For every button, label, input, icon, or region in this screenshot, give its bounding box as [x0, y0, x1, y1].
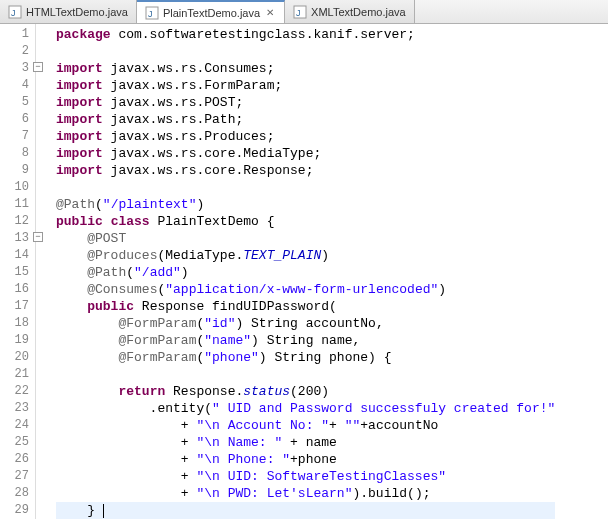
code-line[interactable]: import javax.ws.rs.core.Response;	[56, 162, 555, 179]
code-line[interactable]: + "\n UID: SoftwareTestingClasses"	[56, 468, 555, 485]
code-line[interactable]: import javax.ws.rs.FormParam;	[56, 77, 555, 94]
tab-label: PlainTextDemo.java	[163, 7, 260, 19]
line-number: 18	[0, 315, 29, 332]
line-number: 3−	[0, 60, 29, 77]
java-file-icon: J	[8, 5, 22, 19]
code-line[interactable]: + "\n PWD: Let'sLearn").build();	[56, 485, 555, 502]
text-cursor	[103, 504, 104, 518]
svg-text:J: J	[148, 9, 153, 19]
line-number: 5	[0, 94, 29, 111]
line-number: 7	[0, 128, 29, 145]
line-number: 8	[0, 145, 29, 162]
code-line[interactable]: @Path("/plaintext")	[56, 196, 555, 213]
line-number: 17	[0, 298, 29, 315]
code-line[interactable]	[56, 366, 555, 383]
code-line[interactable]: import javax.ws.rs.Consumes;	[56, 60, 555, 77]
code-line[interactable]: public class PlainTextDemo {	[56, 213, 555, 230]
line-number: 16	[0, 281, 29, 298]
code-line[interactable]: public Response findUIDPassword(	[56, 298, 555, 315]
line-number: 26	[0, 451, 29, 468]
code-line[interactable]: @Consumes("application/x-www-form-urlenc…	[56, 281, 555, 298]
code-line[interactable]	[56, 43, 555, 60]
line-number: 27	[0, 468, 29, 485]
line-number: 19	[0, 332, 29, 349]
code-line[interactable]: import javax.ws.rs.POST;	[56, 94, 555, 111]
code-line[interactable]: @Produces(MediaType.TEXT_PLAIN)	[56, 247, 555, 264]
code-line[interactable]: package com.softwaretestingclass.kanif.s…	[56, 26, 555, 43]
line-number: 2	[0, 43, 29, 60]
line-number: 14	[0, 247, 29, 264]
code-line[interactable]: @Path("/add")	[56, 264, 555, 281]
code-line[interactable]: + "\n Phone: "+phone	[56, 451, 555, 468]
code-line[interactable]: @FormParam("id") String accountNo,	[56, 315, 555, 332]
code-line[interactable]: .entity(" UID and Password successfuly c…	[56, 400, 555, 417]
java-file-icon: J	[145, 6, 159, 20]
line-number: 12	[0, 213, 29, 230]
line-number: 11	[0, 196, 29, 213]
line-number: 25	[0, 434, 29, 451]
svg-text:J: J	[296, 8, 301, 18]
line-gutter: 123−45678910111213−141516171819202122232…	[0, 24, 36, 519]
code-line[interactable]: import javax.ws.rs.core.MediaType;	[56, 145, 555, 162]
code-line[interactable]: @FormParam("phone") String phone) {	[56, 349, 555, 366]
line-number: 21	[0, 366, 29, 383]
line-number: 24	[0, 417, 29, 434]
tab-label: HTMLTextDemo.java	[26, 6, 128, 18]
close-icon[interactable]: ✕	[264, 7, 276, 19]
line-number: 20	[0, 349, 29, 366]
code-line[interactable]: import javax.ws.rs.Path;	[56, 111, 555, 128]
java-file-icon: J	[293, 5, 307, 19]
tab-xml[interactable]: J XMLTextDemo.java	[285, 0, 415, 23]
fold-toggle-icon[interactable]: −	[33, 62, 43, 72]
line-number: 22	[0, 383, 29, 400]
code-line[interactable]: return Response.status(200)	[56, 383, 555, 400]
svg-text:J: J	[11, 8, 16, 18]
code-line[interactable]: + "\n Account No: "+ ""+accountNo	[56, 417, 555, 434]
line-number: 28	[0, 485, 29, 502]
line-number: 4	[0, 77, 29, 94]
line-number: 9	[0, 162, 29, 179]
code-line[interactable]: @FormParam("name") String name,	[56, 332, 555, 349]
tab-plaintext[interactable]: J PlainTextDemo.java ✕	[137, 0, 285, 23]
line-number: 29	[0, 502, 29, 519]
line-number: 23	[0, 400, 29, 417]
fold-toggle-icon[interactable]: −	[33, 232, 43, 242]
line-number: 1	[0, 26, 29, 43]
tab-label: XMLTextDemo.java	[311, 6, 406, 18]
code-line[interactable]	[56, 179, 555, 196]
line-number: 10	[0, 179, 29, 196]
line-number: 13−	[0, 230, 29, 247]
code-line[interactable]: @POST	[56, 230, 555, 247]
tab-html[interactable]: J HTMLTextDemo.java	[0, 0, 137, 23]
code-line[interactable]: import javax.ws.rs.Produces;	[56, 128, 555, 145]
line-number: 15	[0, 264, 29, 281]
line-number: 6	[0, 111, 29, 128]
code-line[interactable]: + "\n Name: " + name	[56, 434, 555, 451]
code-editor[interactable]: 123−45678910111213−141516171819202122232…	[0, 24, 608, 519]
code-line[interactable]: }	[56, 502, 555, 519]
code-area[interactable]: package com.softwaretestingclass.kanif.s…	[36, 24, 555, 519]
editor-tabs: J HTMLTextDemo.java J PlainTextDemo.java…	[0, 0, 608, 24]
